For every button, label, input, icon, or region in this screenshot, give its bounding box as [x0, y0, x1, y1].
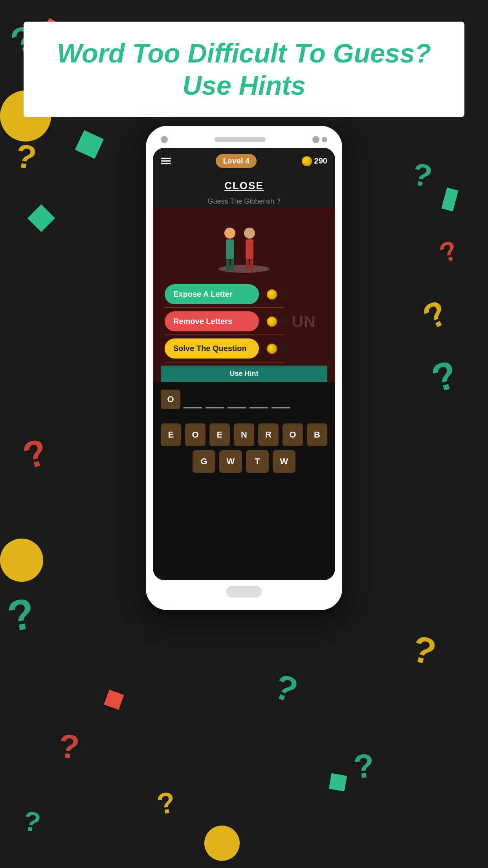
coin-icon — [302, 156, 312, 166]
solve-cost-coin — [267, 344, 277, 354]
letter-tile-B[interactable]: B — [307, 423, 327, 446]
figure-legs-2 — [246, 259, 253, 271]
banner-title: Word Too Difficult To Guess? — [43, 37, 445, 70]
answer-blank-2 — [205, 407, 224, 408]
hint-buttons: Expose A Letter 10 Remove Letters — [161, 284, 327, 362]
use-hint-footer[interactable]: Use Hint — [161, 366, 327, 382]
close-label[interactable]: CLOSE — [224, 180, 264, 191]
figure-body-1 — [226, 239, 234, 259]
coins-value: 290 — [314, 156, 327, 166]
answer-tiles-row: O — [161, 390, 327, 409]
menu-button[interactable] — [161, 158, 171, 164]
home-button[interactable] — [226, 586, 262, 598]
solve-question-button[interactable]: Solve The Question — [165, 338, 259, 359]
letter-tile-W2[interactable]: W — [273, 450, 295, 473]
answer-blank-1 — [183, 407, 202, 408]
phone-speaker — [215, 137, 266, 142]
hint-divider-3 — [165, 362, 284, 362]
remove-cost: 25 — [267, 316, 289, 327]
remove-cost-value: 25 — [279, 316, 289, 327]
figure-body-2 — [246, 239, 253, 259]
letter-tile-E2[interactable]: E — [209, 423, 230, 446]
figure-head-1 — [224, 228, 235, 239]
hint-panel: Expose A Letter 10 Remove Letters — [153, 208, 335, 382]
phone-bottom — [153, 580, 335, 603]
letter-tile-R[interactable]: R — [258, 423, 279, 446]
answer-blank-3-wrap — [227, 390, 246, 409]
answer-blank-4-wrap — [250, 390, 268, 409]
app-header: Level 4 290 — [153, 148, 335, 174]
hamburger-line-1 — [161, 158, 171, 159]
phone-outer: Level 4 290 CLOSE Guess The Gibberish ? — [146, 126, 342, 610]
hint-row-expose: Expose A Letter 10 — [165, 284, 323, 304]
figure-legs-1 — [226, 259, 234, 271]
expose-letter-button[interactable]: Expose A Letter — [165, 284, 259, 304]
hint-divider-2 — [165, 335, 284, 335]
hamburger-line-3 — [161, 163, 171, 164]
banner-subtitle: Use Hints — [43, 70, 445, 102]
remove-letters-button[interactable]: Remove Letters — [165, 311, 259, 331]
letter-tile-W[interactable]: W — [219, 450, 242, 473]
hint-divider-1 — [165, 307, 284, 308]
expose-cost-coin — [267, 289, 277, 300]
phone-cameras-right — [312, 136, 327, 143]
figure-leg-1b — [231, 259, 234, 271]
level-badge: Level 4 — [216, 154, 257, 168]
figure-leg-1a — [226, 259, 229, 271]
top-banner: Word Too Difficult To Guess? Use Hints — [24, 22, 464, 117]
letter-tile-O[interactable]: O — [185, 423, 205, 446]
figure-leg-2b — [250, 259, 253, 271]
hint-row-solve: Solve The Question 50 — [165, 338, 323, 359]
solve-cost: 50 — [267, 344, 289, 354]
letter-tile-T[interactable]: T — [246, 450, 269, 473]
answer-blank-5 — [272, 407, 290, 408]
phone-top-bar — [153, 133, 335, 148]
answer-blank-3 — [227, 407, 246, 408]
letter-row-1: E O E N R O B — [161, 423, 327, 446]
letter-grid: E O E N R O B G W T W — [153, 419, 335, 485]
answer-blank-5-wrap — [272, 390, 290, 409]
phone-cam-dot-2 — [322, 137, 327, 142]
hamburger-line-2 — [161, 160, 171, 162]
illustration — [213, 224, 275, 271]
phone-cam-dot-1 — [312, 136, 319, 143]
answer-blank-4 — [250, 407, 268, 408]
expose-cost: 10 — [267, 289, 289, 300]
letter-tile-N[interactable]: N — [234, 423, 254, 446]
answer-blanks — [183, 390, 202, 409]
phone-camera-left — [161, 136, 168, 143]
answer-tile-filled[interactable]: O — [161, 390, 180, 409]
letter-row-2: G W T W — [161, 450, 327, 473]
figure-head-2 — [244, 228, 255, 239]
phone: Level 4 290 CLOSE Guess The Gibberish ? — [146, 126, 342, 610]
letter-tile-G[interactable]: G — [193, 450, 215, 473]
game-subtitle: Guess The Gibberish ? — [153, 197, 335, 208]
letter-tile-O2[interactable]: O — [283, 423, 303, 446]
letters-behind-remove: UN — [292, 312, 316, 331]
figure-2 — [244, 228, 255, 271]
answer-blank-2-wrap — [205, 390, 224, 409]
coins-display: 290 — [302, 156, 327, 166]
letter-tile-E[interactable]: E — [161, 423, 181, 446]
figure-leg-2a — [246, 259, 249, 271]
hint-row-remove: Remove Letters 25 UN — [165, 311, 323, 331]
answer-area: O — [153, 382, 335, 419]
figure-1 — [224, 228, 235, 271]
expose-cost-value: 10 — [279, 289, 289, 300]
hint-illustration — [161, 216, 327, 284]
remove-cost-coin — [267, 316, 277, 327]
close-button[interactable]: CLOSE — [153, 174, 335, 197]
solve-cost-value: 50 — [279, 344, 289, 354]
phone-screen: Level 4 290 CLOSE Guess The Gibberish ? — [153, 148, 335, 580]
